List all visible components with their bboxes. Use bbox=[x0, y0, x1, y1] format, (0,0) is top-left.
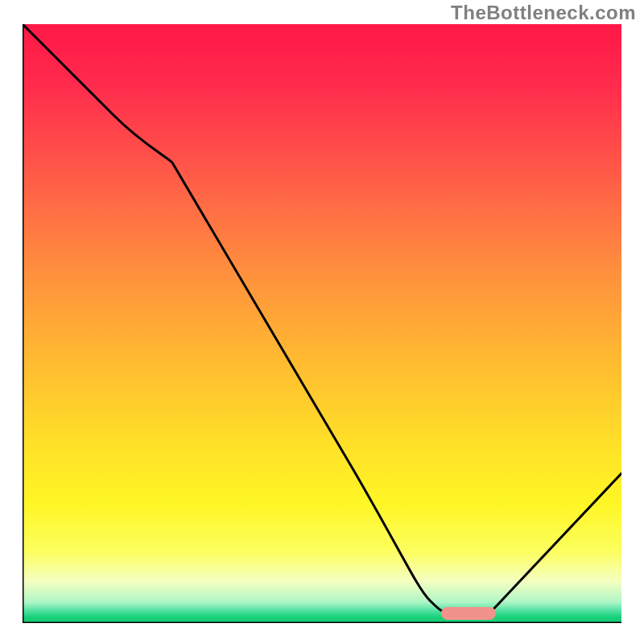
heat-gradient-background bbox=[23, 24, 621, 623]
plot-area bbox=[23, 24, 621, 623]
chart-container: TheBottleneck.com bbox=[0, 0, 644, 644]
optimum-marker bbox=[441, 607, 496, 620]
watermark-text: TheBottleneck.com bbox=[451, 2, 636, 24]
